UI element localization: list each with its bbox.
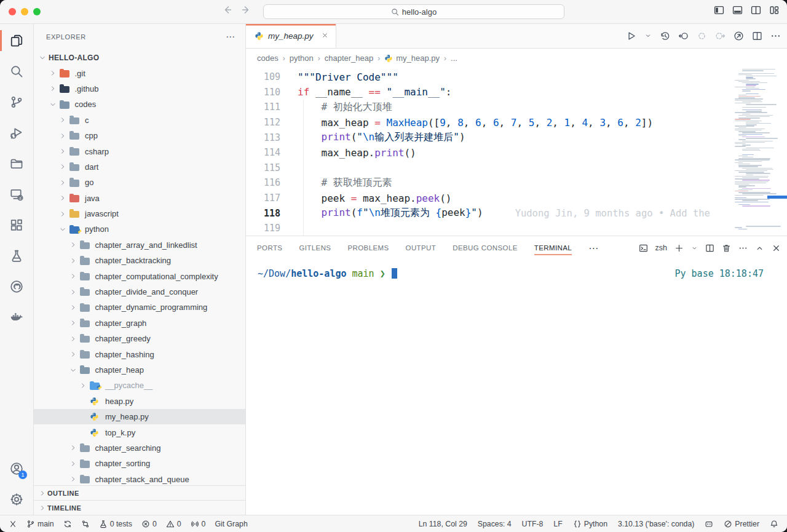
panel-tab-output[interactable]: OUTPUT: [406, 236, 437, 260]
layout-secondary-icon[interactable]: [751, 5, 761, 15]
status-utf-8[interactable]: UTF-8: [522, 520, 544, 528]
more-dots-icon[interactable]: [738, 244, 748, 253]
panel-tab-debug-console[interactable]: DEBUG CONSOLE: [453, 236, 518, 260]
status-ln-118-col-29[interactable]: Ln 118, Col 29: [419, 520, 467, 528]
activity-explorer[interactable]: [0, 25, 33, 56]
status-lf[interactable]: LF: [553, 520, 562, 528]
close-button[interactable]: [9, 8, 16, 15]
breadcrumb-chapter_heap[interactable]: chapter_heap: [325, 54, 374, 63]
activity-project-manager[interactable]: [0, 148, 33, 179]
status-robot-icon[interactable]: [705, 520, 713, 528]
tree-item-my-heap-py[interactable]: my_heap.py: [34, 409, 245, 424]
tree-item-chapter-graph[interactable]: chapter_graph: [34, 316, 245, 331]
tree-item--github[interactable]: .github: [34, 81, 245, 97]
status-main[interactable]: main: [26, 520, 54, 528]
status-3-10-13-base-conda-[interactable]: 3.10.13 ('base': conda): [618, 520, 694, 528]
tree-item-cpp[interactable]: cpp: [34, 128, 245, 143]
status-0[interactable]: 0: [166, 520, 181, 528]
panel-tab-terminal[interactable]: TERMINAL: [534, 236, 572, 260]
breadcrumb-codes[interactable]: codes: [257, 54, 279, 63]
status-spaces-4[interactable]: Spaces: 4: [478, 520, 512, 528]
tree-item-chapter-stack-and-queue[interactable]: chapter_stack_and_queue: [34, 472, 245, 485]
zoom-button[interactable]: [33, 8, 41, 15]
tab-close-icon[interactable]: [322, 31, 328, 41]
panel-tab-ports[interactable]: PORTS: [257, 236, 282, 260]
more-dots-icon[interactable]: [770, 31, 781, 41]
status-bell-icon[interactable]: [770, 520, 778, 528]
activity-extensions[interactable]: [0, 210, 33, 240]
chev-down-sm-icon[interactable]: [691, 245, 698, 252]
status-prettier[interactable]: Prettier: [724, 520, 759, 528]
status-0[interactable]: 0: [141, 520, 157, 528]
tree-item--pycache-[interactable]: __pycache__: [34, 378, 245, 393]
tree-item-chapter-hashing[interactable]: chapter_hashing: [34, 346, 245, 362]
tree-item-chapter-greedy[interactable]: chapter_greedy: [34, 331, 245, 346]
tree-item-c[interactable]: c: [34, 113, 245, 128]
minimize-button[interactable]: [21, 8, 28, 15]
tab-my_heap-py[interactable]: my_heap.py: [246, 24, 336, 48]
status-compare-icon[interactable]: [81, 520, 90, 528]
plus-icon[interactable]: [674, 244, 684, 253]
tree-item-chapter-searching[interactable]: chapter_searching: [34, 440, 245, 456]
nav-back-icon[interactable]: [223, 5, 232, 15]
chev-down-sm-icon[interactable]: [644, 32, 652, 39]
tree-item-csharp[interactable]: csharp: [34, 143, 245, 159]
tree-item-chapter-dynamic-programming[interactable]: chapter_dynamic_programming: [34, 300, 245, 315]
breadcrumb-my_heap-py[interactable]: my_heap.py: [384, 54, 440, 63]
tree-item-hello-algo[interactable]: HELLO-ALGO: [34, 50, 245, 65]
split-icon[interactable]: [705, 244, 714, 253]
breadcrumb--[interactable]: ...: [451, 54, 457, 63]
tree-item-chapter-array-and-linkedlist[interactable]: chapter_array_and_linkedlist: [34, 237, 245, 253]
status-git-graph[interactable]: Git Graph: [215, 520, 247, 528]
section-timeline[interactable]: TIMELINE: [34, 500, 245, 515]
shell-label[interactable]: zsh: [655, 244, 667, 252]
activity-accounts[interactable]: 1: [0, 453, 33, 484]
tree-item-codes[interactable]: codes: [34, 97, 245, 112]
tree-item-top-k-py[interactable]: top_k.py: [34, 424, 245, 440]
history-icon[interactable]: [660, 31, 670, 41]
activity-testing[interactable]: [0, 240, 33, 271]
code-editor[interactable]: 109"""Driver Code"""110if __name__ == "_…: [246, 68, 787, 236]
breadcrumb-python[interactable]: python: [290, 54, 314, 63]
command-center-search[interactable]: hello-algo: [263, 4, 564, 19]
split-icon[interactable]: [752, 31, 762, 41]
tree-item-heap-py[interactable]: heap.py: [34, 394, 245, 409]
activity-source-control[interactable]: [0, 87, 33, 117]
tree-item--git[interactable]: .git: [34, 65, 245, 81]
tree-item-dart[interactable]: dart: [34, 159, 245, 175]
tree-item-chapter-heap[interactable]: chapter_heap: [34, 362, 245, 378]
trash-icon[interactable]: [722, 244, 731, 253]
explorer-more-actions[interactable]: ⋯: [226, 31, 235, 42]
circle-fwd-icon[interactable]: [715, 31, 726, 41]
activity-docker[interactable]: [0, 302, 33, 333]
tree-item-python[interactable]: python: [34, 221, 245, 237]
tree-item-chapter-backtracking[interactable]: chapter_backtracking: [34, 253, 245, 268]
close-icon[interactable]: [772, 244, 781, 253]
run-circle-icon[interactable]: [734, 31, 744, 41]
status-0[interactable]: 0: [191, 520, 206, 528]
run-icon[interactable]: [626, 31, 636, 41]
tree-item-java[interactable]: java: [34, 191, 245, 206]
chev-up-icon[interactable]: [755, 244, 764, 253]
tree-item-chapter-computational-complexity[interactable]: chapter_computational_complexity: [34, 268, 245, 284]
activity-github[interactable]: [0, 271, 33, 302]
activity-search[interactable]: [0, 56, 33, 87]
activity-settings[interactable]: [0, 484, 33, 515]
status-remote-icon[interactable]: [9, 520, 17, 528]
tree-item-chapter-divide-and-conquer[interactable]: chapter_divide_and_conquer: [34, 284, 245, 300]
terminal-icon[interactable]: [639, 244, 648, 253]
panel-more-actions[interactable]: ⋯: [588, 242, 599, 254]
layout-custom-icon[interactable]: [769, 5, 780, 15]
minimap[interactable]: [733, 69, 778, 234]
tree-item-go[interactable]: go: [34, 175, 245, 190]
tree-item-javascript[interactable]: javascript: [34, 206, 245, 221]
terminal[interactable]: ~/Dow/hello-algo main ❯ Py base 18:18:47: [246, 260, 787, 515]
status-sync-icon[interactable]: [63, 520, 72, 528]
tree-item-chapter-sorting[interactable]: chapter_sorting: [34, 456, 245, 471]
panel-tab-gitlens[interactable]: GITLENS: [299, 236, 331, 260]
layout-panel-icon[interactable]: [732, 5, 743, 15]
nav-forward-icon[interactable]: [241, 5, 251, 15]
layout-sidebar-icon[interactable]: [714, 5, 724, 15]
compare-back-icon[interactable]: [678, 31, 689, 41]
activity-remote-explorer[interactable]: [0, 179, 33, 210]
